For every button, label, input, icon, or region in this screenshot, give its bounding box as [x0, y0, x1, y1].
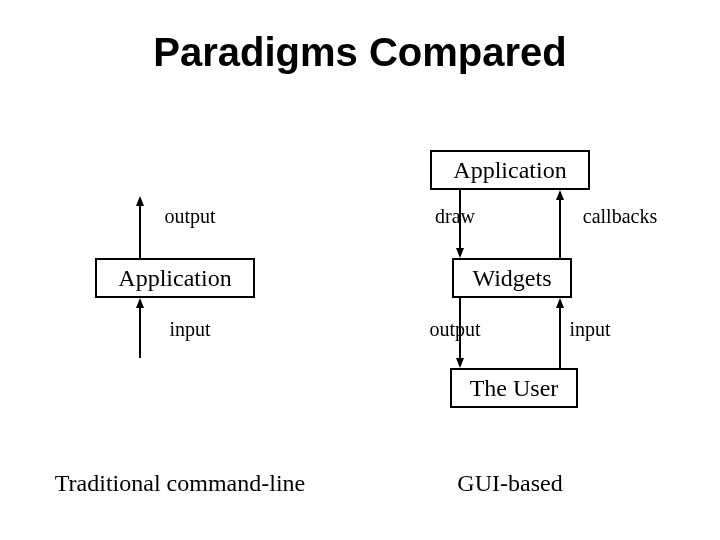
right-draw-label: draw — [425, 205, 485, 228]
right-user-box: The User — [450, 368, 578, 408]
left-input-label: input — [150, 318, 230, 341]
left-output-label: output — [150, 205, 230, 228]
left-application-box: Application — [95, 258, 255, 298]
right-application-box: Application — [430, 150, 590, 190]
right-widgets-box: Widgets — [452, 258, 572, 298]
right-caption: GUI-based — [420, 470, 600, 497]
right-output-label: output — [420, 318, 490, 341]
page-title: Paradigms Compared — [0, 30, 720, 75]
right-input-label: input — [560, 318, 620, 341]
right-callbacks-label: callbacks — [575, 205, 665, 228]
left-caption: Traditional command-line — [40, 470, 320, 497]
